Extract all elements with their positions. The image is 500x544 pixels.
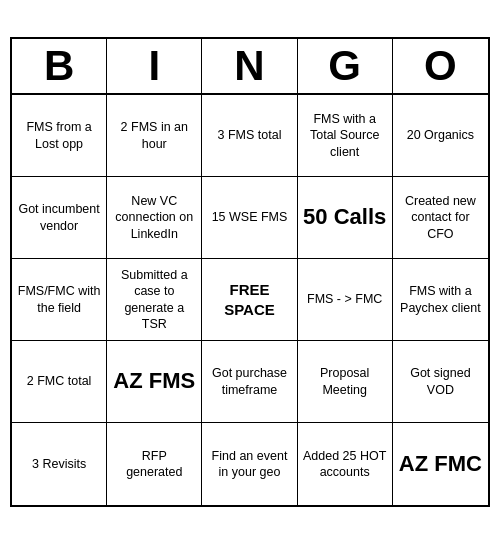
bingo-cell[interactable]: RFP generated	[107, 423, 202, 505]
bingo-cell[interactable]: FMS with a Paychex client	[393, 259, 488, 341]
bingo-letter: I	[107, 39, 202, 93]
bingo-cell[interactable]: AZ FMC	[393, 423, 488, 505]
bingo-cell[interactable]: New VC connection on LinkedIn	[107, 177, 202, 259]
bingo-cell[interactable]: Got purchase timeframe	[202, 341, 297, 423]
bingo-cell[interactable]: FREE SPACE	[202, 259, 297, 341]
bingo-cell[interactable]: 50 Calls	[298, 177, 393, 259]
bingo-cell[interactable]: 2 FMC total	[12, 341, 107, 423]
bingo-cell[interactable]: Proposal Meeting	[298, 341, 393, 423]
bingo-card: BINGO FMS from a Lost opp2 FMS in an hou…	[10, 37, 490, 507]
bingo-cell[interactable]: Added 25 HOT accounts	[298, 423, 393, 505]
bingo-letter: N	[202, 39, 297, 93]
bingo-cell[interactable]: FMS - > FMC	[298, 259, 393, 341]
bingo-cell[interactable]: Created new contact for CFO	[393, 177, 488, 259]
bingo-cell[interactable]: Got signed VOD	[393, 341, 488, 423]
bingo-header: BINGO	[12, 39, 488, 95]
bingo-cell[interactable]: 3 FMS total	[202, 95, 297, 177]
bingo-cell[interactable]: FMS/FMC with the field	[12, 259, 107, 341]
bingo-cell[interactable]: FMS with a Total Source client	[298, 95, 393, 177]
bingo-cell[interactable]: AZ FMS	[107, 341, 202, 423]
bingo-cell[interactable]: FMS from a Lost opp	[12, 95, 107, 177]
bingo-cell[interactable]: 15 WSE FMS	[202, 177, 297, 259]
bingo-cell[interactable]: 3 Revisits	[12, 423, 107, 505]
bingo-grid: FMS from a Lost opp2 FMS in an hour3 FMS…	[12, 95, 488, 505]
bingo-cell[interactable]: Got incumbent vendor	[12, 177, 107, 259]
bingo-letter: O	[393, 39, 488, 93]
bingo-cell[interactable]: 20 Organics	[393, 95, 488, 177]
bingo-letter: G	[298, 39, 393, 93]
bingo-cell[interactable]: Submitted a case to generate a TSR	[107, 259, 202, 341]
bingo-cell[interactable]: 2 FMS in an hour	[107, 95, 202, 177]
bingo-letter: B	[12, 39, 107, 93]
bingo-cell[interactable]: Find an event in your geo	[202, 423, 297, 505]
